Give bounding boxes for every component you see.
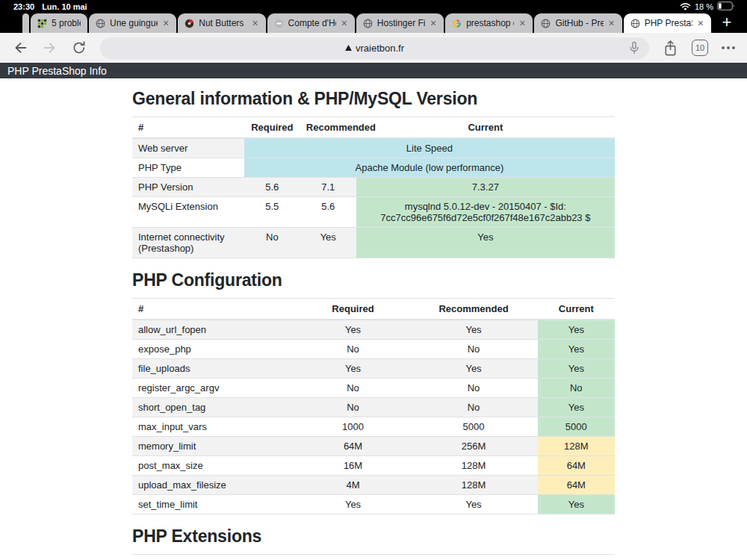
current-value: Yes — [356, 228, 615, 258]
table-row: Internet connectivity (Prestashop)NoYesY… — [132, 228, 615, 258]
globe-favicon — [541, 19, 551, 28]
current-value: No — [538, 379, 615, 398]
tab-title: prestashop on — [466, 18, 514, 28]
tab-une-guinguette[interactable]: Une guinguette× — [89, 13, 176, 33]
required-value: No — [297, 379, 410, 398]
recommended-value: 128M — [409, 476, 537, 495]
google-favicon — [452, 19, 462, 28]
close-tab-icon[interactable]: × — [430, 18, 437, 28]
required-value: 5.6 — [244, 178, 300, 197]
info-table: #RequiredRecommendedCurrentallow_url_fop… — [132, 298, 615, 514]
row-label: register_argc_argv — [132, 379, 297, 398]
partial-tab[interactable] — [22, 13, 29, 33]
column-header: Required — [244, 117, 300, 139]
current-value: Yes — [538, 340, 615, 359]
required-value: 4M — [297, 476, 410, 495]
close-tab-icon[interactable]: × — [608, 18, 616, 28]
battery-icon — [717, 1, 735, 12]
share-button[interactable] — [663, 40, 678, 57]
site-warning-icon — [345, 45, 352, 51]
column-header: Current — [538, 299, 615, 320]
recommended-value: Yes — [409, 320, 537, 340]
current-value: Yes — [538, 320, 615, 340]
dots-grid-favicon — [37, 19, 47, 28]
column-header: # — [132, 555, 366, 560]
new-tab-button[interactable]: + — [713, 12, 741, 33]
column-header: Recommended — [300, 117, 356, 139]
tab-github-presta[interactable]: GitHub - Presta× — [534, 13, 622, 33]
tab-overview-button[interactable]: 10 — [692, 40, 708, 56]
current-value: mysqlnd 5.0.12-dev - 20150407 - $Id: 7cc… — [356, 197, 615, 228]
close-tab-icon[interactable]: × — [341, 18, 348, 28]
required-value: 64M — [297, 437, 410, 456]
section-title: PHP Configuration — [132, 270, 615, 290]
recommended-value: No — [409, 340, 537, 359]
recommended-value: 5000 — [409, 417, 537, 437]
row-label: short_open_tag — [132, 398, 297, 417]
row-label: post_max_size — [132, 456, 297, 476]
section-php-extensions: PHP Extensions#RequiredRecommendedCurren… — [132, 526, 615, 560]
tab-compte-d-h-be[interactable]: Compte d'Hébe× — [267, 13, 355, 33]
tab-php-prestasho[interactable]: PHP PrestaSho× — [624, 13, 711, 33]
close-tab-icon[interactable]: × — [251, 18, 258, 28]
current-value: 5000 — [538, 417, 615, 437]
required-value: 1000 — [297, 417, 410, 437]
url-text: vraietbon.fr — [356, 43, 404, 54]
row-label: set_time_limit — [132, 495, 297, 514]
table-row: allow_url_fopenYesYesYes — [132, 320, 615, 340]
page-title: PHP PrestaShop Info — [7, 65, 107, 77]
clock: 23:30 — [13, 2, 34, 11]
battery-percent: 18 % — [695, 2, 713, 11]
current-value: Lite Speed — [244, 138, 615, 158]
column-header: # — [132, 117, 244, 139]
table-row: upload_max_filesize4M128M64M — [132, 476, 615, 495]
row-label: upload_max_filesize — [132, 476, 297, 495]
required-value: 5.5 — [244, 197, 300, 228]
table-row: set_time_limitYesYesYes — [132, 495, 615, 514]
forward-button[interactable] — [42, 40, 58, 56]
address-bar[interactable]: vraietbon.fr — [100, 37, 649, 59]
current-value: Yes — [538, 495, 615, 514]
tab-prestashop-on[interactable]: prestashop on× — [445, 13, 533, 33]
tab-bar: 5 problèmesUne guinguette×Nut Butters×Co… — [0, 12, 747, 33]
more-menu-button[interactable] — [722, 46, 735, 49]
section-title: General information & PHP/MySQL Version — [132, 89, 615, 109]
row-label: MySQLi Extension — [132, 197, 244, 228]
table-row: file_uploadsYesYesYes — [132, 359, 615, 379]
info-table: #RequiredRecommendedCurrentBCMath Arbitr… — [132, 554, 615, 560]
required-value: Yes — [297, 359, 410, 379]
mic-icon[interactable] — [627, 41, 641, 57]
current-value: Yes — [538, 398, 615, 417]
table-row: PHP Version5.67.17.3.27 — [132, 178, 615, 197]
globe-favicon — [96, 19, 105, 28]
required-value: No — [297, 398, 410, 417]
table-row: MySQLi Extension5.55.6mysqlnd 5.0.12-dev… — [132, 197, 615, 228]
table-row: register_argc_argvNoNoNo — [132, 379, 615, 398]
column-header: Current — [356, 117, 615, 139]
tab-title: Une guinguette — [110, 18, 158, 28]
globe-favicon — [630, 19, 640, 28]
row-label: Internet connectivity (Prestashop) — [132, 228, 244, 258]
reload-button[interactable] — [72, 40, 87, 55]
page-content: General information & PHP/MySQL Version#… — [132, 78, 615, 560]
column-header: Required — [297, 299, 410, 320]
tab-nut-butters[interactable]: Nut Butters× — [178, 13, 265, 33]
table-row: PHP TypeApache Module (low performance) — [132, 158, 615, 178]
current-value: 128M — [538, 437, 615, 456]
section-title: PHP Extensions — [132, 526, 615, 547]
tab-strip: 5 problèmesUne guinguette×Nut Butters×Co… — [31, 13, 713, 33]
close-tab-icon[interactable]: × — [697, 18, 704, 28]
tab-5-probl-mes[interactable]: 5 problèmes — [31, 13, 87, 33]
current-value: 7.3.27 — [356, 178, 615, 197]
section-general-information-php-mysql-version: General information & PHP/MySQL Version#… — [132, 89, 615, 258]
tab-hostinger-file[interactable]: Hostinger File× — [356, 13, 444, 33]
close-tab-icon[interactable]: × — [518, 18, 526, 28]
tab-title: PHP PrestaSho — [645, 18, 692, 28]
column-header: Current — [557, 555, 615, 560]
tab-title: Nut Butters — [199, 18, 247, 28]
tab-title: GitHub - Presta — [555, 18, 603, 28]
back-button[interactable] — [12, 40, 28, 56]
required-value: Yes — [297, 320, 410, 340]
close-tab-icon[interactable]: × — [162, 18, 170, 28]
tab-title: 5 problèmes — [52, 18, 81, 28]
